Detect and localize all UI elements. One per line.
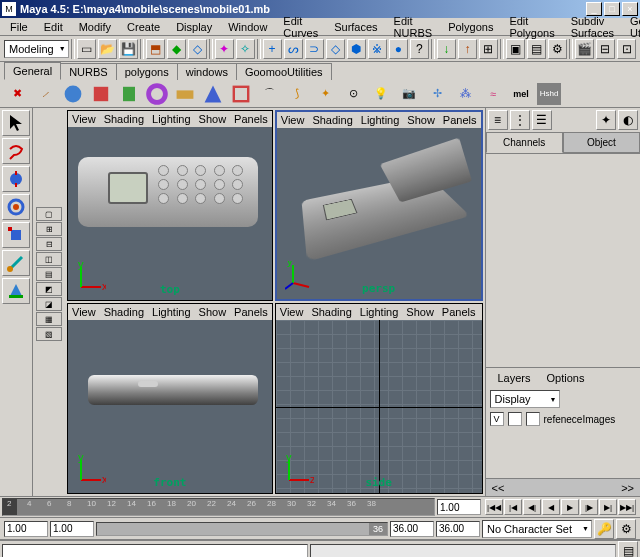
menu-subdiv-surfaces[interactable]: Subdiv Surfaces [565,13,620,41]
tab-options[interactable]: Options [539,370,593,386]
vp-menu-show[interactable]: Show [199,113,227,125]
vp-menu-lighting[interactable]: Lighting [152,306,191,318]
shelf-linear-icon[interactable]: ⌒ [256,82,282,106]
vp-menu-show[interactable]: Show [199,306,227,318]
snap-plane-icon[interactable]: ◇ [326,39,345,59]
snap-point-icon[interactable]: ⊃ [305,39,324,59]
vp-menu-lighting[interactable]: Lighting [361,114,400,126]
render-icon[interactable]: ▣ [506,39,525,59]
menu-polygons[interactable]: Polygons [442,19,499,35]
vp-menu-shading[interactable]: Shading [104,306,144,318]
tab-object[interactable]: Object [563,132,640,153]
layers-next[interactable]: >> [621,482,634,494]
cb-list1-icon[interactable]: ≡ [488,110,508,130]
vp-menu-panels[interactable]: Panels [442,306,476,318]
magnet-icon[interactable]: ● [389,39,408,59]
layout-hyper-icon[interactable]: ◪ [36,297,62,311]
vp-menu-panels[interactable]: Panels [234,306,268,318]
vp-menu-show[interactable]: Show [406,306,434,318]
layer-mode-selector[interactable]: Display [490,390,560,408]
menu-edit-curves[interactable]: Edit Curves [277,13,324,41]
vp-menu-lighting[interactable]: Lighting [360,306,399,318]
forward-end-button[interactable]: ▶▶| [618,499,636,515]
menu-window[interactable]: Window [222,19,273,35]
vp-menu-show[interactable]: Show [407,114,435,126]
snap-curve-icon[interactable]: ᔕ [284,39,303,59]
shelf-joint-icon[interactable]: ✦ [312,82,338,106]
step-fwd-button[interactable]: |▶ [580,499,598,515]
shelf-fluid-icon[interactable]: ≈ [480,82,506,106]
script-editor-button[interactable]: ▤ [618,541,638,558]
shelf-cone-icon[interactable] [200,82,226,106]
tab-channels[interactable]: Channels [486,132,563,153]
ipr-icon[interactable]: ▤ [527,39,546,59]
mode-selector[interactable]: Modeling [4,40,69,58]
layout-single-icon[interactable]: ▢ [36,207,62,221]
shelf-tab-nurbs[interactable]: NURBS [60,63,117,80]
vp-menu-lighting[interactable]: Lighting [152,113,191,125]
clapper-icon[interactable]: 🎬 [575,39,594,59]
menu-surfaces[interactable]: Surfaces [328,19,383,35]
layers-prev[interactable]: << [492,482,505,494]
render-globals-icon[interactable]: ⚙ [548,39,567,59]
range-end-inner[interactable] [390,521,434,537]
viewport-side[interactable]: ViewShadingLightingShowPanels zy side [275,303,483,494]
shelf-tab-polygons[interactable]: polygons [116,63,178,80]
select-hier-icon[interactable]: ⬒ [146,39,165,59]
question-icon[interactable]: ? [410,39,429,59]
mask2-icon[interactable]: ✧ [236,39,255,59]
prefs-button[interactable]: ⚙ [616,519,636,539]
menu-create[interactable]: Create [121,19,166,35]
construct-icon[interactable]: ⊞ [479,39,498,59]
vp-menu-view[interactable]: View [281,114,305,126]
lasso-tool[interactable] [2,138,30,164]
vp-menu-panels[interactable]: Panels [443,114,477,126]
select-tool[interactable] [2,110,30,136]
viewport-persp[interactable]: ViewShadingLightingShowPanels y persp [275,110,483,301]
layer-color-swatch[interactable] [526,412,540,426]
menu-file[interactable]: File [4,19,34,35]
menu-edit-polygons[interactable]: Edit Polygons [503,13,560,41]
move-tool[interactable] [2,166,30,192]
menu-display[interactable]: Display [170,19,218,35]
menu-goomoo-utilities[interactable]: Goomoo Utilities [624,13,640,41]
character-set-selector[interactable]: No Character Set [482,520,592,538]
layout-script-icon[interactable]: ▦ [36,312,62,326]
shelf-square-icon[interactable] [228,82,254,106]
step-back-button[interactable]: ◀| [523,499,541,515]
select-comp-icon[interactable]: ◇ [188,39,207,59]
cb-manip-icon[interactable]: ✦ [596,110,616,130]
scale-tool[interactable] [2,222,30,248]
layer-visible-toggle[interactable]: V [490,412,504,426]
snap-view-icon[interactable]: ※ [368,39,387,59]
save-scene-icon[interactable]: 💾 [119,39,138,59]
command-input[interactable] [2,544,308,558]
rotate-tool[interactable] [2,194,30,220]
shelf-mel-icon[interactable]: mel [508,82,534,106]
cb-list2-icon[interactable]: ⋮ [510,110,530,130]
viewport-top[interactable]: ViewShadingLightingShowPanels xy [67,110,273,301]
layout-4view-icon[interactable]: ⊞ [36,222,62,236]
mask-icon[interactable]: ✦ [215,39,234,59]
shelf-delete-icon[interactable]: ✖ [4,82,30,106]
last-tool[interactable] [2,278,30,304]
current-time-field[interactable] [437,499,481,515]
tab-layers[interactable]: Layers [490,370,539,386]
vp-menu-shading[interactable]: Shading [312,114,352,126]
vp-menu-view[interactable]: View [280,306,304,318]
manip-tool[interactable] [2,250,30,276]
editor-icon[interactable]: ⊡ [617,39,636,59]
history-in-icon[interactable]: ↓ [437,39,456,59]
vp-menu-panels[interactable]: Panels [234,113,268,125]
cb-list3-icon[interactable]: ☰ [532,110,552,130]
time-slider[interactable]: 2468101214161820222426283032343638 [2,498,435,516]
shelf-arc-icon[interactable]: ⟆ [284,82,310,106]
play-forward-button[interactable]: ▶ [561,499,579,515]
step-fwd-key-button[interactable]: ▶| [599,499,617,515]
range-start-inner[interactable] [50,521,94,537]
shelf-light-icon[interactable]: 💡 [368,82,394,106]
menu-modify[interactable]: Modify [73,19,117,35]
play-back-button[interactable]: ◀ [542,499,560,515]
open-scene-icon[interactable]: 📂 [98,39,117,59]
range-slider[interactable]: 36 [96,522,388,536]
